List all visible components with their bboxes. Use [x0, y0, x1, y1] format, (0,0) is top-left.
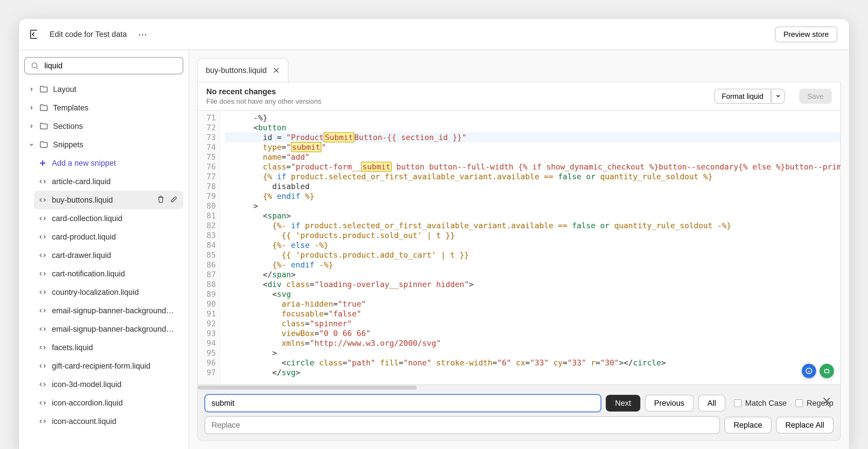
code-file-icon [38, 306, 47, 315]
snippet-label: facets.liquid [52, 343, 179, 352]
regexp-input[interactable] [795, 399, 803, 407]
folder-label: Templates [53, 103, 89, 112]
chevron-right-icon [28, 105, 35, 111]
find-all-button[interactable]: All [698, 395, 725, 412]
plus-icon [38, 158, 47, 168]
snippet-label: gift-card-recipient-form.liquid [52, 362, 179, 370]
preview-store-button[interactable]: Preview store [775, 27, 838, 42]
snippet-label: icon-3d-model.liquid [52, 380, 179, 389]
code-file-icon [38, 325, 47, 334]
folder-snippets[interactable]: Snippets [24, 136, 183, 154]
chevron-down-icon [775, 93, 781, 99]
folder-label: Sections [53, 122, 83, 131]
info-icon[interactable] [802, 364, 816, 378]
tab-label: buy-buttons.liquid [206, 66, 267, 75]
snippet-item[interactable]: email-signup-banner-background… [34, 320, 183, 338]
main: LayoutTemplatesSections Snippets Add a n… [19, 50, 849, 449]
chevron-right-icon [28, 123, 35, 129]
format-liquid-button[interactable]: Format liquid [714, 89, 771, 104]
snippet-item[interactable]: card-product.liquid [34, 228, 183, 246]
code-file-icon [38, 196, 47, 205]
folder-label: Layout [53, 85, 76, 94]
code-file-icon [38, 398, 47, 408]
editor-floating-actions [802, 364, 834, 378]
snippet-item[interactable]: facets.liquid [34, 338, 183, 357]
editor: buy-buttons.liquid ✕ No recent changes F… [189, 50, 849, 449]
snippet-item[interactable]: cart-notification.liquid [34, 265, 183, 283]
code-file-icon [38, 380, 47, 389]
delete-icon[interactable] [156, 194, 166, 206]
snippet-item[interactable]: email-signup-banner-background… [34, 301, 183, 320]
find-input[interactable] [205, 394, 601, 412]
more-icon[interactable]: ⋯ [135, 27, 151, 42]
find-previous-button[interactable]: Previous [645, 395, 694, 412]
snippet-item[interactable]: card-collection.liquid [34, 209, 183, 228]
topbar: Edit code for Test data ⋯ Preview store [19, 19, 849, 50]
row-actions [156, 194, 179, 206]
infobar-title: No recent changes [206, 87, 321, 96]
snippet-label: buy-buttons.liquid [52, 196, 151, 205]
svg-rect-2 [825, 370, 829, 373]
sidebar-search [24, 57, 183, 74]
snippet-item[interactable]: article-card.liquid [34, 172, 183, 191]
folder-icon [39, 85, 49, 94]
close-icon[interactable]: ✕ [822, 395, 832, 407]
add-snippet-label: Add a new snippet [52, 159, 116, 168]
code-editor[interactable]: 7172737475767778798081828384858687888990… [197, 111, 841, 385]
app-window: Edit code for Test data ⋯ Preview store … [19, 19, 849, 449]
format-liquid-dropdown[interactable] [771, 89, 785, 104]
snippet-label: email-signup-banner-background… [52, 325, 179, 334]
code-file-icon [38, 251, 47, 260]
line-gutter: 7172737475767778798081828384858687888990… [198, 111, 220, 384]
add-snippet-button[interactable]: Add a new snippet [34, 154, 183, 172]
page-title: Edit code for Test data [50, 30, 127, 39]
tab-file[interactable]: buy-buttons.liquid ✕ [197, 58, 288, 82]
scrollbar-thumb[interactable] [198, 386, 417, 390]
search-icon [31, 61, 39, 70]
snippet-label: icon-accordion.liquid [52, 398, 179, 408]
file-tree[interactable]: LayoutTemplatesSections Snippets Add a n… [24, 80, 183, 449]
assistant-icon[interactable] [819, 364, 834, 378]
snippet-item[interactable]: cart-drawer.liquid [34, 246, 183, 265]
version-infobar: No recent changes File does not have any… [197, 82, 841, 111]
match-case-label: Match Case [745, 399, 787, 408]
sidebar-search-input[interactable] [24, 57, 183, 74]
code-file-icon [38, 232, 47, 241]
snippet-item[interactable]: icon-accordion.liquid [34, 394, 183, 412]
match-case-input[interactable] [734, 399, 742, 407]
replace-button[interactable]: Replace [724, 417, 771, 433]
code-body[interactable]: -%} <button id = "ProductSubmitButton-{{… [220, 111, 840, 384]
snippet-label: article-card.liquid [52, 177, 179, 186]
replace-all-button[interactable]: Replace All [776, 417, 833, 433]
code-file-icon [38, 269, 47, 278]
snippet-item[interactable]: icon-3d-model.liquid [34, 375, 183, 394]
code-file-icon [38, 343, 47, 352]
code-file-icon [38, 214, 47, 223]
match-case-checkbox[interactable]: Match Case [733, 398, 787, 408]
folder-label: Snippets [53, 140, 83, 149]
close-icon[interactable]: ✕ [273, 65, 280, 76]
code-file-icon [38, 288, 47, 297]
folder-sections[interactable]: Sections [24, 117, 183, 136]
rename-icon[interactable] [169, 194, 179, 206]
snippet-item[interactable]: icon-account.liquid [34, 412, 183, 430]
exit-icon[interactable] [26, 27, 41, 42]
chevron-right-icon [28, 86, 35, 92]
replace-input[interactable] [205, 416, 720, 434]
folder-templates[interactable]: Templates [24, 98, 183, 117]
folder-layout[interactable]: Layout [24, 80, 183, 98]
tab-bar: buy-buttons.liquid ✕ [197, 58, 841, 82]
snippet-item[interactable]: gift-card-recipient-form.liquid [34, 357, 183, 375]
find-next-button[interactable]: Next [606, 395, 640, 412]
sidebar: LayoutTemplatesSections Snippets Add a n… [19, 50, 189, 449]
snippet-label: cart-drawer.liquid [52, 251, 179, 260]
snippet-item[interactable]: buy-buttons.liquid [34, 191, 183, 209]
save-button[interactable]: Save [799, 89, 832, 104]
format-liquid-split-button: Format liquid [714, 89, 785, 104]
snippet-label: card-product.liquid [52, 233, 179, 241]
snippet-label: country-localization.liquid [52, 288, 179, 297]
snippet-item[interactable]: country-localization.liquid [34, 283, 183, 301]
chevron-down-icon [28, 142, 35, 148]
horizontal-scrollbar[interactable] [197, 385, 841, 390]
snippet-label: cart-notification.liquid [52, 269, 179, 278]
